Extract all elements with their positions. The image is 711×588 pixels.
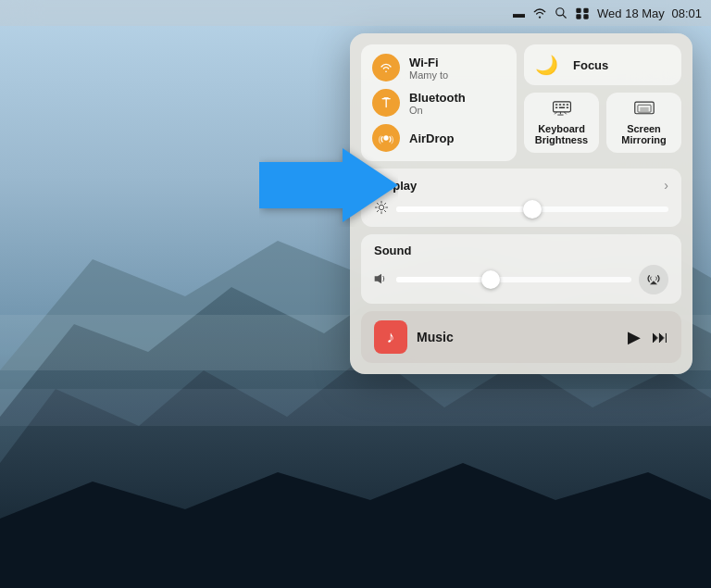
keyboard-brightness-icon xyxy=(552,100,572,121)
search-icon xyxy=(555,6,568,19)
svg-rect-12 xyxy=(583,14,588,19)
airplay-icon xyxy=(646,273,661,286)
wifi-item[interactable]: Wi-Fi Mamy to xyxy=(372,54,505,81)
svg-rect-6 xyxy=(0,389,711,426)
wifi-indicator xyxy=(532,6,547,19)
screen-mirroring-button[interactable]: Screen Mirroring xyxy=(606,93,681,153)
wifi-toggle-icon[interactable] xyxy=(372,54,400,81)
music-note-icon: ♪ xyxy=(387,328,395,347)
display-section: Display › xyxy=(361,169,681,227)
svg-rect-11 xyxy=(576,14,580,19)
volume-slider[interactable] xyxy=(396,277,631,282)
brightness-thumb[interactable] xyxy=(523,200,542,219)
search-indicator[interactable] xyxy=(555,6,568,19)
music-playback-controls: ▶ ⏭ xyxy=(628,327,668,347)
bluetooth-text: Bluetooth On xyxy=(409,91,466,116)
sound-header: Sound xyxy=(374,244,668,257)
menubar-time: 08:01 xyxy=(671,6,702,20)
brightness-slider-row xyxy=(374,200,668,218)
airplay-button[interactable] xyxy=(639,265,668,294)
volume-fill xyxy=(396,277,491,282)
svg-marker-39 xyxy=(375,273,381,283)
svg-rect-17 xyxy=(558,104,560,106)
menubar-datetime: Wed 18 May 08:01 xyxy=(597,6,702,20)
control-center-icon xyxy=(575,6,590,19)
airdrop-text: AirDrop xyxy=(409,131,454,145)
music-app-icon: ♪ xyxy=(374,320,407,354)
display-chevron-icon: › xyxy=(664,178,668,193)
svg-rect-29 xyxy=(640,106,648,111)
menubar: ▬ Wed 18 May 08:01 xyxy=(0,0,711,26)
play-button[interactable]: ▶ xyxy=(628,327,641,347)
keyboard-brightness-label: Keyboard Brightness xyxy=(531,123,592,145)
svg-rect-20 xyxy=(555,106,556,108)
wifi-icon xyxy=(532,6,547,19)
music-section: ♪ Music ▶ ⏭ xyxy=(361,311,681,363)
svg-rect-18 xyxy=(562,104,564,106)
menubar-date: Wed 18 May xyxy=(597,6,665,20)
display-header: Display › xyxy=(374,178,668,193)
svg-rect-9 xyxy=(576,8,580,13)
focus-button[interactable]: 🌙 Focus xyxy=(524,44,681,85)
volume-slider-row xyxy=(374,265,668,294)
battery-icon: ▬ xyxy=(513,6,525,20)
airdrop-name: AirDrop xyxy=(409,131,454,145)
svg-rect-16 xyxy=(555,104,556,106)
volume-icon xyxy=(374,272,389,288)
svg-marker-40 xyxy=(650,281,657,284)
control-center-indicator[interactable] xyxy=(575,6,590,19)
brightness-slider[interactable] xyxy=(396,206,668,212)
screen-mirroring-label: Screen Mirroring xyxy=(614,123,674,145)
blue-arrow xyxy=(259,144,398,227)
svg-rect-19 xyxy=(566,104,568,106)
music-label: Music xyxy=(417,330,618,344)
svg-rect-22 xyxy=(566,106,568,108)
control-center-panel: Wi-Fi Mamy to ⍑ Bluetooth On xyxy=(350,33,692,374)
svg-rect-10 xyxy=(583,8,588,13)
brightness-fill xyxy=(396,206,532,212)
wifi-network: Mamy to xyxy=(409,69,448,81)
small-buttons-grid: Keyboard Brightness Screen Mirroring xyxy=(524,93,681,153)
bluetooth-toggle-icon[interactable]: ⍑ xyxy=(372,89,400,117)
screen-mirroring-icon xyxy=(634,101,655,121)
focus-label: Focus xyxy=(573,58,608,72)
bluetooth-item[interactable]: ⍑ Bluetooth On xyxy=(372,89,505,117)
svg-point-14 xyxy=(383,135,388,140)
bluetooth-status: On xyxy=(409,105,466,116)
svg-line-8 xyxy=(563,15,566,18)
wifi-text: Wi-Fi Mamy to xyxy=(409,56,448,81)
svg-rect-21 xyxy=(558,106,564,108)
bluetooth-name: Bluetooth xyxy=(409,91,466,105)
volume-thumb[interactable] xyxy=(481,270,500,289)
right-section: 🌙 Focus xyxy=(524,44,681,161)
svg-marker-13 xyxy=(259,148,398,222)
battery-indicator: ▬ xyxy=(513,6,525,20)
fast-forward-button[interactable]: ⏭ xyxy=(652,328,668,347)
focus-icon: 🌙 xyxy=(535,54,558,76)
keyboard-brightness-button[interactable]: Keyboard Brightness xyxy=(524,93,599,153)
wifi-name: Wi-Fi xyxy=(409,56,448,69)
top-section: Wi-Fi Mamy to ⍑ Bluetooth On xyxy=(361,44,681,161)
sound-title: Sound xyxy=(374,244,411,257)
sound-section: Sound xyxy=(361,234,681,304)
